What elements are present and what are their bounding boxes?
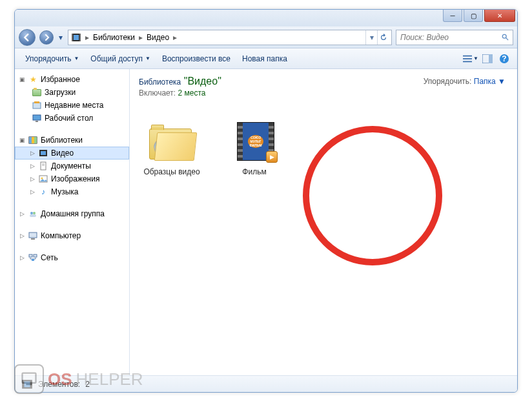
star-icon: ★ [28,74,38,85]
video-file-icon: СОЮЗМУЛЬТФИЛЬМ ▶ [229,116,280,163]
svg-line-5 [506,38,508,40]
nav-network[interactable]: ▷Сеть [15,251,129,264]
svg-rect-8 [463,61,472,62]
play-all-button[interactable]: Воспроизвести все [157,52,236,66]
includes-locations-link[interactable]: 2 места [178,88,206,98]
network-icon [28,253,38,263]
nav-libraries[interactable]: ▣Библиотеки [15,134,129,147]
svg-text:?: ? [502,54,506,63]
item-label: Фильм [225,167,283,176]
nav-desktop[interactable]: Рабочий стол [15,112,129,125]
homegroup-icon [28,209,38,219]
nav-homegroup[interactable]: ▷Домашняя группа [15,207,129,220]
svg-point-4 [502,34,506,38]
breadcrumb-libraries[interactable]: Библиотеки [90,33,138,42]
nav-downloads[interactable]: Загрузки [15,86,129,99]
nav-images[interactable]: ▷Изображения [15,172,129,185]
svg-rect-33 [25,381,30,387]
documents-icon [38,161,48,171]
svg-rect-16 [36,121,38,122]
close-button[interactable]: ✕ [484,10,515,22]
svg-rect-31 [32,259,34,261]
computer-icon [28,231,38,241]
downloads-icon [32,87,42,98]
arrange-by: Упорядочить: Папка ▼ [424,77,506,86]
images-icon [38,174,48,184]
navigation-pane: ▣★Избранное Загрузки Недавние места Рабо… [15,69,130,375]
new-folder-button[interactable]: Новая папка [237,52,292,66]
svg-rect-10 [489,54,493,63]
svg-rect-18 [41,151,46,155]
search-input[interactable] [400,33,498,42]
video-library-icon [71,32,81,43]
svg-rect-2 [79,34,81,41]
svg-rect-29 [29,254,32,257]
nav-music[interactable]: ▷♪Музыка [15,185,129,198]
recent-icon [32,100,42,110]
music-icon: ♪ [38,187,48,197]
svg-point-24 [30,212,33,214]
nav-computer[interactable]: ▷Компьютер [15,229,129,242]
refresh-button[interactable] [377,30,389,45]
search-box[interactable] [396,30,513,45]
item-label: Образцы видео [143,167,201,176]
svg-rect-6 [463,55,472,56]
svg-rect-30 [34,254,37,257]
pane-icon [482,54,493,63]
nav-history-dropdown[interactable]: ▾ [57,33,64,42]
nav-recent[interactable]: Недавние места [15,99,129,112]
share-button[interactable]: Общий доступ▼ [85,52,156,66]
breadcrumb-video[interactable]: Видео [144,33,172,42]
svg-point-23 [41,178,43,180]
minimize-button[interactable]: ─ [443,10,462,22]
search-icon [502,33,509,41]
desktop-icon [32,113,42,123]
library-includes: Включает: 2 места [139,88,508,98]
breadcrumb[interactable]: ▸ Библиотеки ▸ Видео ▸ ▾ [68,30,392,45]
arrange-by-dropdown[interactable]: Папка ▼ [474,77,506,86]
preview-pane-button[interactable] [480,51,495,67]
library-header-label: Библиотека [139,78,181,87]
view-options-button[interactable]: ▼ [463,51,478,67]
svg-rect-26 [30,214,36,217]
arrow-left-icon [23,34,31,41]
status-bar: Элементов: 2 [15,375,517,392]
nav-forward-button[interactable] [39,30,54,45]
svg-rect-15 [33,115,41,120]
folder-icon [147,116,197,163]
maximize-button[interactable]: ▢ [464,10,483,22]
nav-video[interactable]: ▷Видео [15,147,129,160]
status-count: 2 [85,380,90,389]
refresh-icon [380,34,387,41]
video-library-icon [21,378,33,390]
content-pane: Библиотека "Видео" Включает: 2 места Упо… [130,69,517,375]
video-icon [38,148,48,158]
view-icon [463,54,472,63]
library-header-name: "Видео" [184,76,221,87]
organize-button[interactable]: Упорядочить▼ [20,52,84,66]
breadcrumb-dropdown[interactable]: ▾ [365,30,377,45]
arrow-right-icon [43,34,50,41]
file-item-film[interactable]: СОЮЗМУЛЬТФИЛЬМ ▶ Фильм [225,116,283,176]
status-count-label: Элементов: [38,380,80,389]
breadcrumb-chevron-icon: ▸ [84,33,90,42]
svg-rect-27 [29,232,37,238]
explorer-window: ─ ▢ ✕ ▾ ▸ Библиотеки ▸ Видео ▸ ▾ [14,9,518,393]
address-bar: ▾ ▸ Библиотеки ▸ Видео ▸ ▾ [15,26,517,48]
help-button[interactable]: ? [496,51,512,67]
titlebar: ─ ▢ ✕ [15,10,517,26]
breadcrumb-chevron-icon: ▸ [172,33,178,42]
folder-item-samples[interactable]: Образцы видео [143,116,201,176]
help-icon: ? [499,54,509,64]
svg-rect-28 [31,238,35,240]
play-overlay-icon: ▶ [266,151,278,163]
nav-favorites[interactable]: ▣★Избранное [15,73,129,86]
nav-back-button[interactable] [19,29,36,46]
svg-rect-3 [74,35,79,40]
nav-documents[interactable]: ▷Документы [15,160,129,172]
svg-rect-14 [34,101,39,103]
libraries-icon [28,135,38,145]
svg-rect-13 [33,103,41,108]
svg-rect-19 [41,162,46,170]
breadcrumb-chevron-icon: ▸ [138,33,144,42]
